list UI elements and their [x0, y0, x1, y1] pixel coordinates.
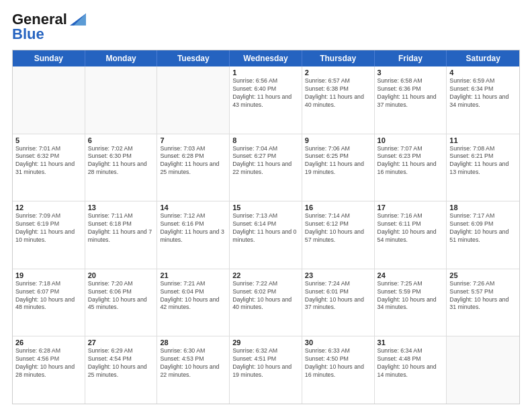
day-number: 26 [15, 338, 82, 347]
day-number: 9 [305, 136, 371, 144]
calendar-day-25: 25Sunrise: 7:26 AM Sunset: 5:57 PM Dayli… [447, 269, 519, 336]
calendar-day-3: 3Sunrise: 6:58 AM Sunset: 6:36 PM Daylig… [375, 66, 447, 134]
day-number: 16 [305, 203, 371, 212]
day-info: Sunrise: 6:28 AM Sunset: 4:56 PM Dayligh… [15, 347, 82, 379]
day-number: 5 [15, 136, 82, 144]
calendar-day-15: 15Sunrise: 7:13 AM Sunset: 6:14 PM Dayli… [230, 201, 302, 269]
day-number: 10 [378, 136, 444, 144]
day-number: 28 [160, 338, 226, 347]
day-number: 31 [378, 338, 444, 347]
day-number: 30 [305, 338, 371, 347]
calendar-day-21: 21Sunrise: 7:21 AM Sunset: 6:04 PM Dayli… [157, 269, 230, 336]
calendar-day-29: 29Sunrise: 6:32 AM Sunset: 4:51 PM Dayli… [230, 336, 302, 404]
day-number: 4 [449, 68, 517, 77]
day-info: Sunrise: 7:09 AM Sunset: 6:19 PM Dayligh… [15, 212, 82, 244]
calendar-day-7: 7Sunrise: 7:03 AM Sunset: 6:28 PM Daylig… [157, 134, 230, 201]
calendar-day-31: 31Sunrise: 6:34 AM Sunset: 4:48 PM Dayli… [375, 336, 447, 404]
day-number: 23 [305, 271, 371, 279]
day-info: Sunrise: 6:33 AM Sunset: 4:50 PM Dayligh… [305, 347, 371, 379]
day-number: 19 [15, 271, 82, 279]
day-info: Sunrise: 7:08 AM Sunset: 6:21 PM Dayligh… [449, 145, 517, 177]
day-info: Sunrise: 7:26 AM Sunset: 5:57 PM Dayligh… [449, 280, 517, 312]
day-info: Sunrise: 6:30 AM Sunset: 4:53 PM Dayligh… [160, 347, 226, 379]
header-day-monday: Monday [85, 50, 158, 66]
day-info: Sunrise: 6:56 AM Sunset: 6:40 PM Dayligh… [232, 77, 299, 109]
calendar-day-28: 28Sunrise: 6:30 AM Sunset: 4:53 PM Dayli… [157, 336, 230, 404]
day-info: Sunrise: 7:02 AM Sunset: 6:30 PM Dayligh… [88, 145, 154, 177]
calendar-day-8: 8Sunrise: 7:04 AM Sunset: 6:27 PM Daylig… [230, 134, 302, 201]
day-info: Sunrise: 7:24 AM Sunset: 6:01 PM Dayligh… [305, 280, 371, 312]
calendar: SundayMondayTuesdayWednesdayThursdayFrid… [12, 50, 520, 404]
calendar-day-24: 24Sunrise: 7:25 AM Sunset: 5:59 PM Dayli… [375, 269, 447, 336]
day-number: 17 [378, 203, 444, 212]
day-info: Sunrise: 7:01 AM Sunset: 6:32 PM Dayligh… [15, 145, 82, 177]
calendar-day-10: 10Sunrise: 7:07 AM Sunset: 6:23 PM Dayli… [375, 134, 447, 201]
day-number: 3 [378, 68, 444, 77]
day-info: Sunrise: 7:06 AM Sunset: 6:25 PM Dayligh… [305, 145, 371, 177]
calendar-day-1: 1Sunrise: 6:56 AM Sunset: 6:40 PM Daylig… [230, 66, 302, 134]
calendar-day-9: 9Sunrise: 7:06 AM Sunset: 6:25 PM Daylig… [302, 134, 375, 201]
calendar-empty-cell [157, 66, 230, 134]
day-number: 6 [88, 136, 154, 144]
calendar-empty-cell [85, 66, 158, 134]
day-number: 13 [88, 203, 154, 212]
page: General Blue SundayMondayTuesdayWednesda… [0, 0, 532, 411]
header-day-saturday: Saturday [447, 50, 519, 66]
logo: General Blue [12, 11, 89, 43]
logo-blue: Blue [12, 26, 44, 43]
day-info: Sunrise: 6:32 AM Sunset: 4:51 PM Dayligh… [232, 347, 299, 379]
day-number: 22 [232, 271, 299, 279]
header-day-tuesday: Tuesday [157, 50, 230, 66]
day-info: Sunrise: 7:03 AM Sunset: 6:28 PM Dayligh… [160, 145, 226, 177]
day-number: 2 [305, 68, 371, 77]
day-info: Sunrise: 7:04 AM Sunset: 6:27 PM Dayligh… [232, 145, 299, 177]
calendar-day-13: 13Sunrise: 7:11 AM Sunset: 6:18 PM Dayli… [85, 201, 158, 269]
header-day-wednesday: Wednesday [230, 50, 302, 66]
day-number: 20 [88, 271, 154, 279]
calendar-day-6: 6Sunrise: 7:02 AM Sunset: 6:30 PM Daylig… [85, 134, 158, 201]
day-number: 25 [449, 271, 517, 279]
day-info: Sunrise: 6:34 AM Sunset: 4:48 PM Dayligh… [378, 347, 444, 379]
day-number: 1 [232, 68, 299, 77]
calendar-day-4: 4Sunrise: 6:59 AM Sunset: 6:34 PM Daylig… [447, 66, 519, 134]
header-day-friday: Friday [375, 50, 447, 66]
day-number: 8 [232, 136, 299, 144]
day-number: 18 [449, 203, 517, 212]
day-info: Sunrise: 6:59 AM Sunset: 6:34 PM Dayligh… [449, 77, 517, 109]
day-info: Sunrise: 7:11 AM Sunset: 6:18 PM Dayligh… [88, 212, 154, 244]
calendar-day-5: 5Sunrise: 7:01 AM Sunset: 6:32 PM Daylig… [13, 134, 85, 201]
day-info: Sunrise: 7:13 AM Sunset: 6:14 PM Dayligh… [232, 212, 299, 244]
header-day-sunday: Sunday [13, 50, 85, 66]
day-number: 14 [160, 203, 226, 212]
calendar-day-11: 11Sunrise: 7:08 AM Sunset: 6:21 PM Dayli… [447, 134, 519, 201]
calendar-empty-cell [13, 66, 85, 134]
calendar-day-16: 16Sunrise: 7:14 AM Sunset: 6:12 PM Dayli… [302, 201, 375, 269]
day-info: Sunrise: 7:21 AM Sunset: 6:04 PM Dayligh… [160, 280, 226, 312]
calendar-day-14: 14Sunrise: 7:12 AM Sunset: 6:16 PM Dayli… [157, 201, 230, 269]
day-number: 15 [232, 203, 299, 212]
day-number: 21 [160, 271, 226, 279]
calendar-day-26: 26Sunrise: 6:28 AM Sunset: 4:56 PM Dayli… [13, 336, 85, 404]
day-info: Sunrise: 7:07 AM Sunset: 6:23 PM Dayligh… [378, 145, 444, 177]
day-info: Sunrise: 7:14 AM Sunset: 6:12 PM Dayligh… [305, 212, 371, 244]
day-info: Sunrise: 6:29 AM Sunset: 4:54 PM Dayligh… [88, 347, 154, 379]
day-info: Sunrise: 7:16 AM Sunset: 6:11 PM Dayligh… [378, 212, 444, 244]
day-info: Sunrise: 7:17 AM Sunset: 6:09 PM Dayligh… [449, 212, 517, 244]
day-number: 24 [378, 271, 444, 279]
calendar-empty-cell [447, 336, 519, 404]
day-number: 11 [449, 136, 517, 144]
calendar-body: 1Sunrise: 6:56 AM Sunset: 6:40 PM Daylig… [13, 66, 519, 404]
calendar-week-1: 5Sunrise: 7:01 AM Sunset: 6:32 PM Daylig… [13, 134, 519, 202]
calendar-week-0: 1Sunrise: 6:56 AM Sunset: 6:40 PM Daylig… [13, 66, 519, 134]
calendar-day-18: 18Sunrise: 7:17 AM Sunset: 6:09 PM Dayli… [447, 201, 519, 269]
day-info: Sunrise: 7:20 AM Sunset: 6:06 PM Dayligh… [88, 280, 154, 312]
day-info: Sunrise: 6:57 AM Sunset: 6:38 PM Dayligh… [305, 77, 371, 109]
day-number: 29 [232, 338, 299, 347]
calendar-day-12: 12Sunrise: 7:09 AM Sunset: 6:19 PM Dayli… [13, 201, 85, 269]
calendar-day-30: 30Sunrise: 6:33 AM Sunset: 4:50 PM Dayli… [302, 336, 375, 404]
calendar-day-19: 19Sunrise: 7:18 AM Sunset: 6:07 PM Dayli… [13, 269, 85, 336]
calendar-week-2: 12Sunrise: 7:09 AM Sunset: 6:19 PM Dayli… [13, 201, 519, 269]
header: General Blue [12, 11, 520, 43]
calendar-week-4: 26Sunrise: 6:28 AM Sunset: 4:56 PM Dayli… [13, 336, 519, 404]
day-number: 7 [160, 136, 226, 144]
